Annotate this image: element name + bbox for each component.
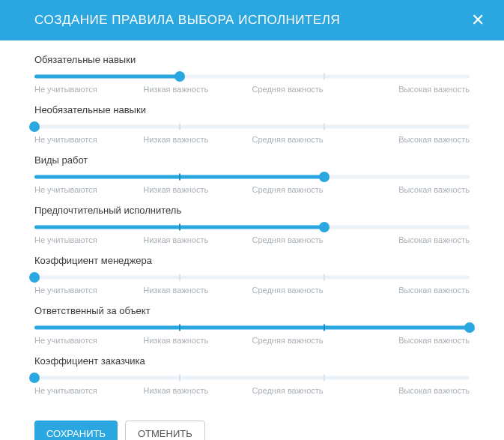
slider-scale-label: Высокая важность <box>361 135 470 144</box>
slider-tick <box>179 224 180 231</box>
slider-handle[interactable] <box>29 272 40 283</box>
slider-scale-label: Низкая важность <box>143 135 252 144</box>
slider-tick <box>179 274 180 281</box>
slider-label: Ответственный за объект <box>34 305 470 316</box>
dialog-footer: СОХРАНИТЬ ОТМЕНИТЬ <box>0 406 504 440</box>
slider-track[interactable] <box>34 322 470 333</box>
slider-group: Предпочтительный исполнительНе учитывают… <box>34 205 470 244</box>
slider-group: Виды работНе учитываютсяНизкая важностьС… <box>34 154 470 194</box>
slider-track-bg <box>34 276 470 280</box>
slider-track-fill <box>34 75 180 79</box>
slider-track[interactable] <box>34 373 470 383</box>
slider-handle[interactable] <box>174 71 185 82</box>
save-button[interactable]: СОХРАНИТЬ <box>34 421 118 440</box>
slider-handle[interactable] <box>464 322 475 333</box>
slider-track[interactable] <box>34 272 470 283</box>
slider-label: Коэффициент заказчика <box>34 355 470 367</box>
slider-scale-label: Низкая важность <box>143 85 252 94</box>
slider-tick <box>179 124 180 130</box>
slider-track[interactable] <box>34 121 470 132</box>
slider-handle[interactable] <box>29 121 40 132</box>
slider-scale-label: Высокая важность <box>361 386 470 395</box>
slider-label: Коэффициент менеджера <box>34 255 470 266</box>
slider-tick <box>324 325 325 331</box>
slider-tick <box>324 124 325 130</box>
slider-scale-label: Не учитываются <box>34 336 143 345</box>
slider-scale-label: Средняя важность <box>252 185 361 194</box>
slider-tick <box>179 325 180 331</box>
slider-scale: Не учитываютсяНизкая важностьСредняя важ… <box>34 286 470 295</box>
slider-scale-label: Низкая важность <box>143 185 252 194</box>
slider-group: Коэффициент менеджераНе учитываютсяНизка… <box>34 255 470 295</box>
slider-scale-label: Не учитываются <box>34 185 143 194</box>
slider-scale-label: Средняя важность <box>252 85 361 94</box>
slider-tick <box>324 274 325 281</box>
slider-scale-label: Средняя важность <box>252 286 361 295</box>
slider-scale-label: Высокая важность <box>361 185 470 194</box>
slider-tick <box>324 375 325 382</box>
slider-label: Обязательные навыки <box>34 54 470 65</box>
slider-scale-label: Высокая важность <box>361 336 470 345</box>
slider-scale: Не учитываютсяНизкая важностьСредняя важ… <box>34 235 470 244</box>
slider-scale-label: Не учитываются <box>34 386 143 395</box>
slider-scale-label: Высокая важность <box>361 286 470 295</box>
slider-scale: Не учитываютсяНизкая важностьСредняя важ… <box>34 85 470 94</box>
slider-scale-label: Низкая важность <box>143 336 252 345</box>
slider-scale-label: Низкая важность <box>143 286 252 295</box>
slider-scale-label: Средняя важность <box>252 336 361 345</box>
slider-scale-label: Не учитываются <box>34 85 143 94</box>
close-icon[interactable]: ✕ <box>471 12 485 28</box>
dialog-header: СОЗДАНИЕ ПРАВИЛА ВЫБОРА ИСПОЛНИТЕЛЯ ✕ <box>0 0 504 40</box>
slider-handle[interactable] <box>29 373 40 383</box>
slider-track[interactable] <box>34 71 470 82</box>
slider-tick <box>179 375 180 382</box>
slider-group: Ответственный за объектНе учитываютсяНиз… <box>34 305 470 345</box>
slider-scale: Не учитываютсяНизкая важностьСредняя важ… <box>34 386 470 395</box>
slider-scale-label: Средняя важность <box>252 386 361 395</box>
slider-track-bg <box>34 125 470 129</box>
slider-scale: Не учитываютсяНизкая важностьСредняя важ… <box>34 135 470 144</box>
slider-scale-label: Не учитываются <box>34 286 143 295</box>
dialog-title: СОЗДАНИЕ ПРАВИЛА ВЫБОРА ИСПОЛНИТЕЛЯ <box>34 13 340 28</box>
slider-scale-label: Высокая важность <box>361 235 470 244</box>
slider-scale-label: Не учитываются <box>34 235 143 244</box>
slider-scale-label: Низкая важность <box>143 386 252 395</box>
slider-scale-label: Средняя важность <box>252 135 361 144</box>
slider-scale: Не учитываютсяНизкая важностьСредняя важ… <box>34 185 470 194</box>
cancel-button[interactable]: ОТМЕНИТЬ <box>125 421 205 440</box>
slider-scale-label: Не учитываются <box>34 135 143 144</box>
slider-tick <box>179 174 180 181</box>
slider-label: Предпочтительный исполнитель <box>34 205 470 216</box>
slider-scale-label: Низкая важность <box>143 235 252 244</box>
dialog-content: Обязательные навыкиНе учитываютсяНизкая … <box>0 40 504 395</box>
slider-track-bg <box>34 376 470 380</box>
slider-track[interactable] <box>34 172 470 182</box>
slider-handle[interactable] <box>319 172 330 182</box>
slider-tick <box>324 73 325 80</box>
slider-label: Виды работ <box>34 154 470 166</box>
slider-scale-label: Средняя важность <box>252 235 361 244</box>
slider-track[interactable] <box>34 222 470 232</box>
slider-group: Обязательные навыкиНе учитываютсяНизкая … <box>34 54 470 94</box>
slider-label: Необязательные навыки <box>34 104 470 115</box>
slider-group: Коэффициент заказчикаНе учитываютсяНизка… <box>34 355 470 395</box>
slider-scale-label: Высокая важность <box>361 85 470 94</box>
slider-track-fill <box>34 326 470 330</box>
slider-group: Необязательные навыкиНе учитываютсяНизка… <box>34 104 470 144</box>
slider-scale: Не учитываютсяНизкая важностьСредняя важ… <box>34 336 470 345</box>
slider-handle[interactable] <box>319 222 330 232</box>
